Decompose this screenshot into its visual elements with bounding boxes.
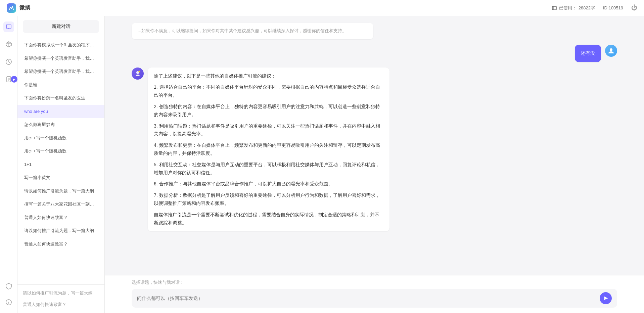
app-logo bbox=[7, 3, 16, 13]
chat-list-item[interactable]: 下面你将扮演一名叫圣友的医生 bbox=[17, 91, 104, 105]
user-id: ID:100519 bbox=[603, 5, 623, 10]
send-button[interactable] bbox=[600, 292, 612, 304]
new-chat-button[interactable]: 新建对话 bbox=[23, 20, 99, 33]
ai-message-content: 除了上述建议，以下是一些其他的自媒体推广引流的建议：1. 选择适合自己的平台：不… bbox=[154, 72, 383, 227]
sidebar-shield-icon[interactable] bbox=[3, 281, 14, 292]
ai-message-row: 除了上述建议，以下是一些其他的自媒体推广引流的建议：1. 选择适合自己的平台：不… bbox=[132, 68, 617, 232]
icon-sidebar-bottom bbox=[3, 281, 14, 308]
ai-paragraph: 1. 选择适合自己的平台：不同的自媒体平台针对的受众不同，需要根据自己的内容特点… bbox=[154, 83, 383, 99]
chat-messages: ...如果你不满意，可以继续提问，如果你对其中某个建议感兴趣，可以继续深入探讨，… bbox=[105, 16, 644, 275]
power-button[interactable]: ⏻ bbox=[631, 4, 637, 11]
chat-list-item[interactable]: 希望你扮演一个英语发音助手，我提供给你... bbox=[17, 65, 104, 78]
usage-label: 已使用： bbox=[559, 5, 577, 11]
chat-list-item[interactable]: 请以如何推广引流为题，写一篇大纲 bbox=[17, 224, 104, 237]
icon-sidebar-top: ▶ bbox=[3, 21, 14, 274]
topbar-left: 微撰 bbox=[7, 3, 30, 13]
chat-sidebar: 新建对话 下面你将模拟成一个叫圣友的程序员，我说...希望你扮演一个英语发音助手… bbox=[17, 16, 105, 313]
chat-list-item[interactable]: 请以如何推广引流为题，写一篇大纲 bbox=[17, 184, 104, 198]
chat-list-item[interactable]: 你是谁 bbox=[17, 78, 104, 92]
topbar: 微撰 已使用： 28822字 ID:100519 ⏻ bbox=[0, 0, 644, 16]
expand-arrow[interactable]: ▶ bbox=[11, 76, 17, 83]
ai-paragraph: 3. 利用热门话题：热门话题和事件是吸引用户的重要途径，可以关注一些热门话题和事… bbox=[154, 122, 383, 138]
icon-sidebar: ▶ bbox=[0, 16, 17, 313]
chat-list-item[interactable]: 1+1= bbox=[17, 158, 104, 171]
chat-list-item[interactable]: 希望你扮演一个英语发音助手，我提供给你... bbox=[17, 52, 104, 65]
main-layout: ▶ 新建对话 下面你将模拟成一个叫圣友的程序员，我说...希望你扮演一个英语发音… bbox=[0, 16, 644, 313]
chat-list-item[interactable]: 下面你将模拟成一个叫圣友的程序员，我说... bbox=[17, 38, 104, 52]
ai-paragraph: 7. 数据分析：数据分析是了解用户反馈和喜好的重要途径，可以分析用户行为和数据，… bbox=[154, 191, 383, 208]
topbar-right: 已使用： 28822字 ID:100519 ⏻ bbox=[552, 4, 637, 11]
usage-icon bbox=[552, 5, 557, 11]
chat-list: 下面你将模拟成一个叫圣友的程序员，我说...希望你扮演一个英语发音助手，我提供给… bbox=[17, 37, 104, 284]
sidebar-cube-icon[interactable] bbox=[3, 39, 14, 50]
chat-input[interactable] bbox=[137, 296, 596, 301]
ai-paragraph: 6. 合作推广：与其他自媒体平台或品牌合作推广，可以扩大自己的曝光率和受众范围。 bbox=[154, 180, 383, 188]
svg-point-15 bbox=[139, 71, 140, 72]
sidebar-doc-icon[interactable]: ▶ bbox=[3, 74, 14, 85]
sidebar-bottom-item[interactable]: 请以如何推广引流为题，写一篇大纲 bbox=[23, 289, 99, 298]
chat-input-area: 选择话题，快速与我对话： bbox=[105, 275, 644, 313]
chat-list-item[interactable]: 怎么做狗屎炒肉 bbox=[17, 118, 104, 131]
ai-paragraph: 自媒体推广引流是一个需要不断尝试和优化的过程，需要结合自身的实际情况，制定合适的… bbox=[154, 211, 383, 227]
sidebar-info-icon[interactable] bbox=[3, 297, 14, 308]
ai-paragraph: 除了上述建议，以下是一些其他的自媒体推广引流的建议： bbox=[154, 72, 383, 80]
chat-list-item[interactable]: 撰写一篇关于八大家花园社区一刻钟便民生... bbox=[17, 197, 104, 211]
app-title: 微撰 bbox=[19, 4, 30, 11]
user-avatar bbox=[605, 45, 617, 57]
svg-point-12 bbox=[8, 301, 9, 302]
chat-area: ...如果你不满意，可以继续提问，如果你对其中某个建议感兴趣，可以继续深入探讨，… bbox=[105, 16, 644, 313]
chat-list-item[interactable]: who are you bbox=[17, 105, 104, 118]
partial-top-message: ...如果你不满意，可以继续提问，如果你对其中某个建议感兴趣，可以继续深入探讨，… bbox=[132, 23, 373, 39]
ai-avatar bbox=[132, 68, 144, 80]
svg-rect-0 bbox=[552, 6, 556, 10]
ai-paragraph: 2. 创造独特的内容：在自媒体平台上，独特的内容更容易吸引用户的注意力和共鸣，可… bbox=[154, 103, 383, 119]
sidebar-chat-icon[interactable] bbox=[3, 21, 14, 32]
chat-sidebar-bottom: 请以如何推广引流为题，写一篇大纲 普通人如何快速致富？ bbox=[17, 284, 104, 313]
chat-list-item[interactable]: 用c++写一个随机函数 bbox=[17, 131, 104, 145]
user-message-row: 还有没 bbox=[132, 45, 617, 62]
input-row bbox=[132, 289, 617, 308]
ai-message-bubble: 除了上述建议，以下是一些其他的自媒体推广引流的建议：1. 选择适合自己的平台：不… bbox=[148, 68, 389, 232]
ai-paragraph: 5. 利用社交互动：社交媒体是与用户互动的重要平台，可以积极利用社交媒体与用户互… bbox=[154, 161, 383, 177]
quick-select-label: 选择话题，快速与我对话： bbox=[132, 279, 617, 285]
chat-list-item[interactable]: 普通人如何快速致富？ bbox=[17, 237, 104, 251]
usage-display: 已使用： 28822字 bbox=[552, 5, 595, 11]
ai-paragraph: 4. 频繁发布和更新：在自媒体平台上，频繁发布和更新的内容更容易吸引用户的关注和… bbox=[154, 141, 383, 158]
user-message-bubble: 还有没 bbox=[575, 45, 601, 62]
chat-list-item[interactable]: 普通人如何快速致富？ bbox=[17, 211, 104, 224]
sidebar-bottom-item-2[interactable]: 普通人如何快速致富？ bbox=[23, 300, 99, 309]
svg-point-13 bbox=[610, 48, 612, 51]
chat-list-item[interactable]: 用c++写一个随机函数 bbox=[17, 144, 104, 158]
usage-value: 28822字 bbox=[579, 5, 595, 11]
user-message-text: 还有没 bbox=[581, 50, 595, 56]
sidebar-clock-icon[interactable] bbox=[3, 56, 14, 67]
chat-list-item[interactable]: 写一篇小黄文 bbox=[17, 171, 104, 184]
